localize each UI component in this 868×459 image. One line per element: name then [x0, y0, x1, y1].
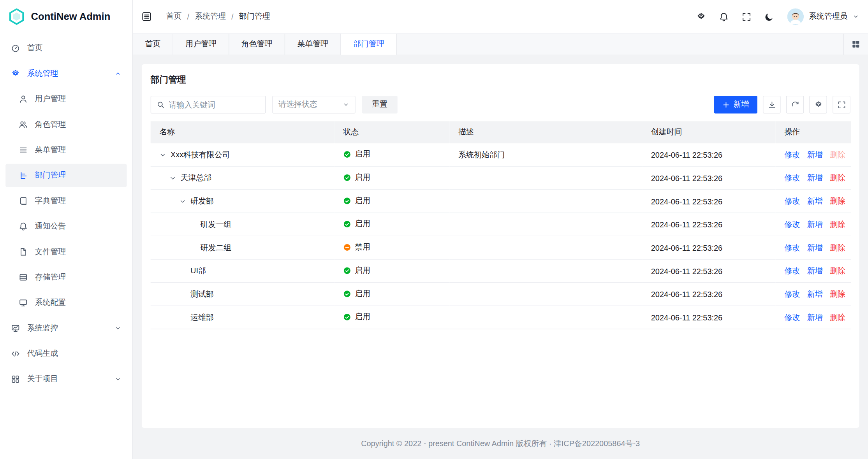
sidebar-item-dict-management[interactable]: 字典管理	[5, 189, 127, 213]
edit-link[interactable]: 修改	[784, 243, 800, 251]
add-child-link[interactable]: 新增	[807, 196, 823, 205]
refresh-icon	[791, 100, 799, 109]
app-logo[interactable]: ContiNew Admin	[0, 0, 132, 33]
expand-caret[interactable]	[159, 151, 170, 158]
check-circle-icon	[343, 267, 351, 274]
expand-caret[interactable]	[169, 175, 180, 181]
department-name: 测试部	[190, 289, 214, 299]
delete-link[interactable]: 删除	[830, 289, 845, 298]
tab-item[interactable]: 用户管理	[173, 34, 229, 55]
edit-link[interactable]: 修改	[784, 266, 800, 275]
sidebar-item-label: 用户管理	[35, 94, 121, 104]
fullscreen-icon-button[interactable]	[742, 12, 751, 21]
edit-link[interactable]: 修改	[784, 173, 800, 182]
tab-item[interactable]: 部门管理	[341, 34, 397, 55]
edit-link[interactable]: 修改	[784, 150, 800, 159]
table-row: Xxx科技有限公司启用系统初始部门2024-06-11 22:53:26修改新增…	[151, 143, 851, 166]
tab-item[interactable]: 菜单管理	[285, 34, 341, 55]
status-badge: 启用	[343, 312, 370, 322]
tab-label: 角色管理	[241, 39, 273, 49]
column-settings-button[interactable]	[809, 96, 827, 113]
description-cell	[449, 236, 642, 259]
delete-link[interactable]: 删除	[830, 266, 845, 275]
sidebar-item-system-monitor[interactable]: 系统监控	[5, 317, 127, 340]
search-icon	[157, 101, 164, 109]
edit-link[interactable]: 修改	[784, 289, 800, 298]
delete-link[interactable]: 删除	[830, 312, 845, 321]
dark-mode-icon-button[interactable]	[764, 12, 774, 21]
reset-button[interactable]: 重置	[362, 96, 398, 113]
sidebar-item-notice[interactable]: 通知公告	[5, 215, 127, 238]
status-select[interactable]: 请选择状态	[272, 96, 355, 113]
notifications-icon-button[interactable]	[719, 12, 729, 21]
add-child-link[interactable]: 新增	[807, 243, 823, 251]
collapse-sidebar-button[interactable]	[142, 12, 152, 22]
status-badge: 启用	[343, 173, 370, 183]
sidebar-item-role-management[interactable]: 角色管理	[5, 113, 127, 136]
sidebar-item-file-management[interactable]: 文件管理	[5, 240, 127, 264]
delete-link[interactable]: 删除	[830, 150, 845, 159]
header-actions: 系统管理员	[696, 8, 859, 25]
sidebar-item-storage-management[interactable]: 存储管理	[5, 266, 127, 289]
tab-item[interactable]: 首页	[133, 34, 173, 55]
add-child-link[interactable]: 新增	[807, 220, 823, 229]
table-row: 研发部启用2024-06-11 22:53:26修改新增删除	[151, 190, 851, 213]
table-fullscreen-button[interactable]	[833, 96, 850, 113]
sidebar-item-menu-management[interactable]: 菜单管理	[5, 138, 127, 162]
refresh-button[interactable]	[786, 96, 804, 113]
sidebar-item-system-config[interactable]: 系统配置	[5, 291, 127, 315]
sidebar-item-user-management[interactable]: 用户管理	[5, 88, 127, 111]
sidebar-item-home[interactable]: 首页	[5, 37, 127, 60]
breadcrumb-item[interactable]: 首页	[166, 12, 181, 22]
edit-link[interactable]: 修改	[784, 312, 800, 321]
add-child-link[interactable]: 新增	[807, 312, 823, 321]
delete-link[interactable]: 删除	[830, 220, 845, 229]
export-button[interactable]	[763, 96, 780, 113]
tab-actions-button[interactable]	[843, 34, 868, 55]
edit-link[interactable]: 修改	[784, 220, 800, 229]
column-header: 创建时间	[642, 121, 776, 143]
tab-item[interactable]: 角色管理	[229, 34, 285, 55]
created-time-cell: 2024-06-11 22:53:26	[642, 190, 776, 213]
delete-link[interactable]: 删除	[830, 173, 845, 182]
check-circle-icon	[343, 197, 351, 205]
search-icon	[157, 101, 164, 109]
add-child-link[interactable]: 新增	[807, 289, 823, 298]
chevron-down-icon	[114, 325, 121, 331]
user-menu-chevron-icon	[852, 13, 859, 20]
settings-icon-button[interactable]	[696, 12, 706, 21]
sidebar-item-department-management[interactable]: 部门管理	[5, 164, 127, 187]
sidebar-item-system-management[interactable]: 系统管理	[5, 62, 127, 85]
sidebar-item-label: 文件管理	[35, 247, 121, 257]
plus-icon	[722, 101, 729, 108]
table-row: 研发一组启用2024-06-11 22:53:26修改新增删除	[151, 213, 851, 236]
created-time-cell: 2024-06-11 22:53:26	[642, 143, 776, 166]
toolbar: 请选择状态 重置 新增	[151, 96, 850, 113]
add-child-link[interactable]: 新增	[807, 150, 823, 159]
expand-caret[interactable]	[180, 198, 190, 204]
user-menu[interactable]: 系统管理员	[787, 8, 859, 25]
add-child-link[interactable]: 新增	[807, 266, 823, 275]
minus-circle-icon	[343, 244, 351, 251]
sidebar-item-label: 角色管理	[35, 120, 121, 130]
add-child-link[interactable]: 新增	[807, 173, 823, 182]
chevron-up-icon	[114, 70, 121, 77]
description-cell	[449, 306, 642, 329]
user-group-icon	[19, 120, 28, 129]
sidebar-item-about-project[interactable]: 关于项目	[5, 368, 127, 391]
plus-icon	[722, 101, 729, 108]
table-row: 测试部启用2024-06-11 22:53:26修改新增删除	[151, 283, 851, 306]
delete-link[interactable]: 删除	[830, 196, 845, 205]
chevron-down-icon	[343, 101, 349, 108]
delete-link[interactable]: 删除	[830, 243, 845, 251]
add-button[interactable]: 新增	[714, 96, 757, 113]
sidebar-item-code-generation[interactable]: 代码生成	[5, 342, 127, 366]
sidebar-item-label: 通知公告	[35, 222, 121, 232]
tab-bar: 首页用户管理角色管理菜单管理部门管理	[133, 33, 868, 55]
column-header: 状态	[335, 121, 450, 143]
keyword-search-input[interactable]	[169, 100, 260, 109]
edit-link[interactable]: 修改	[784, 196, 800, 205]
caret-down-icon	[159, 151, 166, 158]
breadcrumb-item[interactable]: 系统管理	[195, 12, 226, 22]
created-time-cell: 2024-06-11 22:53:26	[642, 236, 776, 259]
